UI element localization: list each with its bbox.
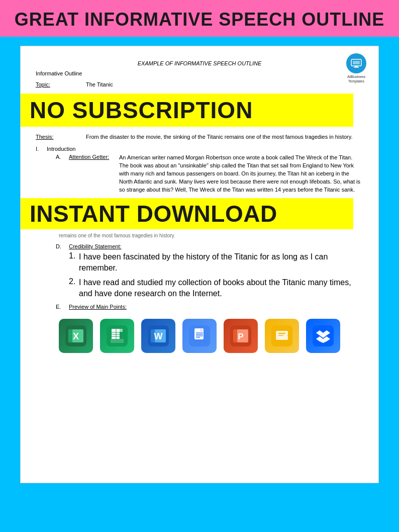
section-e-letter: E.	[56, 304, 69, 310]
section-i-label: Introduction	[47, 146, 75, 152]
svg-rect-41	[280, 340, 284, 341]
svg-text:P: P	[238, 332, 243, 341]
docs-icon[interactable]	[182, 319, 217, 353]
svg-rect-3	[354, 67, 359, 68]
topic-row: Topic: The Titanic	[36, 81, 363, 87]
logo: AllBusiness Templates	[341, 53, 371, 83]
logo-circle	[346, 53, 366, 73]
instant-download-text: INSTANT DOWNLOAD	[30, 201, 277, 227]
document-preview: AllBusiness Templates EXAMPLE OF INFORMA…	[20, 46, 379, 483]
section-a-block: A. Attention Getter: An American writer …	[56, 154, 363, 194]
svg-text:W: W	[154, 331, 163, 341]
section-d-item: D. Credibility Statement:	[56, 243, 363, 249]
section-i: I. Introduction	[36, 146, 363, 152]
svg-rect-17	[111, 339, 124, 343]
dropbox-icon[interactable]	[306, 319, 340, 353]
section-a-letter: A.	[56, 154, 69, 194]
thesis-row: Thesis: From the disaster to the movie, …	[36, 134, 363, 140]
svg-rect-40	[278, 335, 283, 336]
word-icon[interactable]: W	[141, 319, 175, 353]
cred-num-1: 1.	[69, 251, 79, 274]
remains-text: remains one of the most famous tragedies…	[59, 232, 363, 239]
powerpoint-icon[interactable]: P	[224, 319, 258, 353]
doc-label: Informative Outline	[36, 70, 363, 76]
app-icons-row: X W	[36, 316, 363, 356]
cred-text-1: I have been fascinated by the history of…	[79, 251, 363, 274]
section-i-num: I.	[36, 146, 47, 152]
thesis-value: From the disaster to the movie, the sink…	[86, 134, 363, 140]
credibility-item-1: 1. I have been fascinated by the history…	[69, 251, 363, 274]
no-subscription-text: NO SUBSCRIPTION	[30, 97, 253, 123]
svg-rect-2	[355, 66, 358, 67]
sheets-icon[interactable]	[100, 319, 134, 353]
attention-getter-text: An American writer named Morgan Robertso…	[119, 154, 363, 194]
doc-center-title: EXAMPLE OF INFORMATIVE SPEECH OUTLINE	[36, 60, 363, 66]
page-header: GREAT INFORMATIVE SPEECH OUTLINE	[0, 0, 399, 37]
credibility-label: Credibility Statement:	[69, 243, 122, 249]
topic-value: The Titanic	[86, 81, 363, 87]
svg-rect-1	[353, 61, 360, 64]
cred-text-2: I have read and studied my collection of…	[79, 277, 363, 300]
svg-rect-30	[193, 339, 206, 343]
svg-rect-11	[120, 329, 123, 332]
logo-text: AllBusiness Templates	[341, 75, 371, 83]
svg-rect-39	[278, 333, 285, 334]
section-d-letter: D.	[56, 243, 69, 249]
thesis-label: Thesis:	[36, 134, 86, 140]
attention-getter-label: Attention Getter:	[69, 154, 119, 194]
no-subscription-banner: NO SUBSCRIPTION	[21, 94, 353, 127]
excel-icon[interactable]: X	[59, 319, 93, 353]
cred-num-2: 2.	[69, 277, 79, 300]
svg-rect-10	[112, 329, 120, 339]
slides-icon[interactable]	[265, 319, 299, 353]
section-e-block: E. Preview of Main Points:	[56, 304, 363, 310]
topic-label: Topic:	[36, 81, 86, 87]
section-a-item: A. Attention Getter: An American writer …	[56, 154, 363, 194]
credibility-items: 1. I have been fascinated by the history…	[69, 251, 363, 300]
svg-text:X: X	[73, 331, 79, 341]
credibility-item-2: 2. I have read and studied my collection…	[69, 277, 363, 300]
instant-download-banner: INSTANT DOWNLOAD	[21, 198, 353, 229]
section-d-block: D. Credibility Statement: 1. I have been…	[56, 243, 363, 300]
page-title: GREAT INFORMATIVE SPEECH OUTLINE	[10, 9, 389, 30]
section-e-item: E. Preview of Main Points:	[56, 304, 363, 310]
preview-label: Preview of Main Points:	[69, 304, 127, 310]
